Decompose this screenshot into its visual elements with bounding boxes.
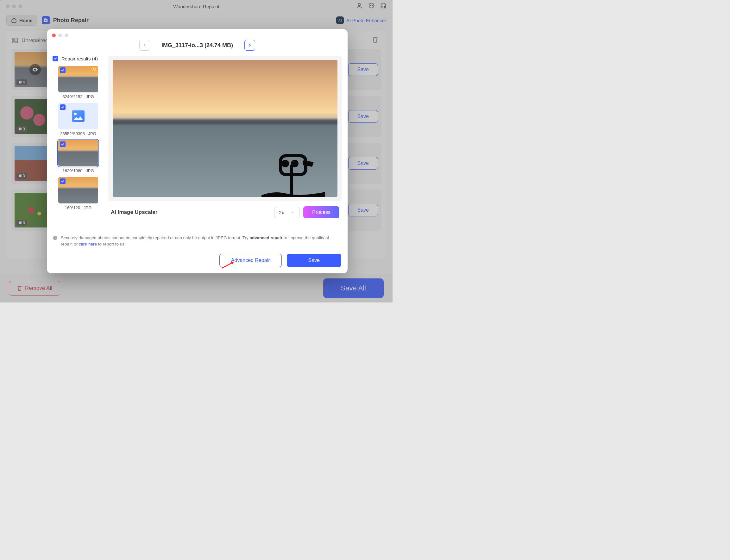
next-button[interactable] (244, 40, 255, 51)
repair-modal: IMG_3117-lo...3 (24.74 MB) Repair result… (47, 29, 347, 273)
info-text: Severely damaged photos cannot be comple… (47, 232, 347, 251)
chevron-down-icon (291, 210, 295, 214)
silhouette-decoration (261, 146, 325, 197)
svg-rect-14 (290, 165, 293, 197)
svg-rect-18 (55, 237, 55, 239)
svg-point-16 (291, 160, 298, 167)
results-sidebar: Repair results (4) AI 3240*2152 · JPG 23… (53, 56, 104, 232)
result-label: 3240*2152 · JPG (53, 94, 104, 99)
prev-button[interactable] (139, 40, 150, 51)
result-checkbox[interactable] (60, 104, 65, 110)
ai-badge: AI (91, 67, 97, 72)
result-checkbox[interactable] (60, 178, 65, 184)
chevron-right-icon (247, 43, 252, 47)
modal-title: IMG_3117-lo...3 (24.74 MB) (161, 42, 233, 49)
advanced-repair-button[interactable]: Advanced Repair (219, 254, 282, 267)
sidebar-title: Repair results (4) (61, 56, 98, 61)
svg-point-15 (281, 160, 289, 167)
modal-footer: Advanced Repair Save (47, 251, 347, 273)
modal-min-dot[interactable] (58, 34, 62, 37)
result-item[interactable]: 160*120 · JPG (53, 177, 104, 210)
result-label: 160*120 · JPG (53, 205, 104, 210)
modal-save-button[interactable]: Save (287, 254, 341, 267)
preview-area: AI Image Upscaler 2x Process (108, 56, 342, 232)
result-label: 1620*1080 · JPG (53, 168, 104, 173)
upscaler-label: AI Image Upscaler (111, 209, 157, 215)
result-checkbox[interactable] (60, 141, 65, 147)
svg-point-19 (55, 236, 55, 237)
result-item[interactable]: 23552*59395 · JPG (53, 103, 104, 136)
process-button[interactable]: Process (303, 206, 339, 218)
preview-image (113, 60, 337, 197)
result-item[interactable]: AI 3240*2152 · JPG (53, 66, 104, 99)
info-icon (53, 235, 58, 240)
modal-close-dot[interactable] (52, 34, 56, 37)
result-label: 23552*59395 · JPG (53, 131, 104, 136)
select-all-checkbox[interactable] (53, 56, 58, 61)
upscaler-select[interactable]: 2x (274, 207, 299, 218)
modal-window-controls (47, 29, 347, 37)
modal-max-dot[interactable] (65, 34, 68, 37)
image-placeholder-icon (72, 110, 84, 122)
report-link[interactable]: click here (79, 242, 97, 246)
result-checkbox[interactable] (60, 67, 65, 73)
chevron-left-icon (142, 43, 147, 47)
upscaler-row: AI Image Upscaler 2x Process (108, 201, 342, 221)
modal-header: IMG_3117-lo...3 (24.74 MB) (47, 37, 347, 56)
result-item[interactable]: 1620*1080 · JPG (53, 140, 104, 173)
